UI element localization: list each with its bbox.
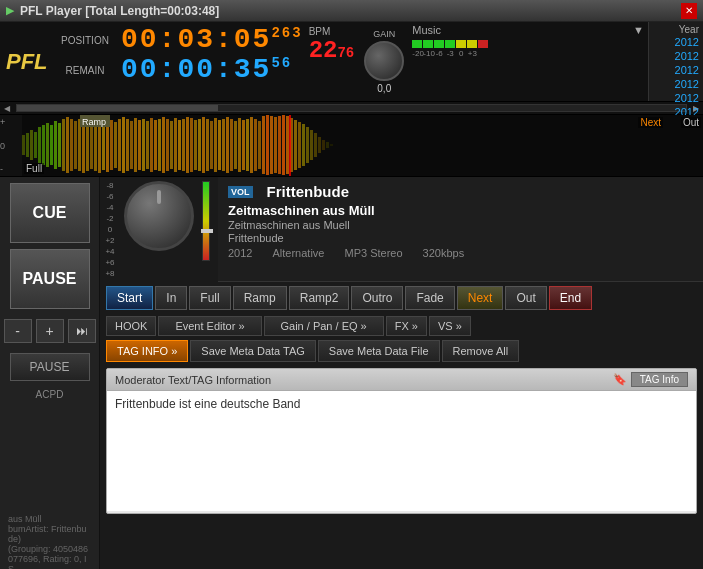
hook-button[interactable]: HOOK [106,316,156,336]
music-area: Music ▼ -20 -10 -6 -3 0 +3 [408,22,648,101]
transport-full[interactable]: Full [189,286,230,310]
svg-rect-31 [142,119,145,171]
music-dropdown-icon[interactable]: ▼ [633,24,644,36]
svg-rect-59 [254,119,257,171]
transport-out[interactable]: Out [505,286,546,310]
gain-knob[interactable] [364,41,404,81]
vs-button[interactable]: VS » [429,316,471,336]
svg-rect-6 [42,125,45,165]
transport-ramp2[interactable]: Ramp2 [289,286,350,310]
remove-all-button[interactable]: Remove All [442,340,520,362]
year-panel: Year 2012 2012 2012 2012 2012 2012 2012 … [648,22,703,101]
moderator-header-label: Moderator Text/TAG Information [115,374,271,386]
svg-rect-28 [130,121,133,169]
svg-rect-3 [30,130,33,160]
year-item-4[interactable]: 2012 [651,77,701,91]
db-scale: -8 -6 -4 -2 0 +2 +4 +6 +8 [100,177,120,282]
svg-rect-8 [50,125,53,165]
svg-rect-77 [326,142,329,148]
slider-thumb [201,229,213,233]
track-vol-row: VOL Frittenbude [228,183,693,200]
pfl-label: PFL [0,22,55,101]
db-slider[interactable] [202,181,210,261]
transport-next[interactable]: Next [457,286,504,310]
year-item-2[interactable]: 2012 [651,49,701,63]
year-item-3[interactable]: 2012 [651,63,701,77]
svg-rect-33 [150,118,153,172]
knob-slider-area [120,177,218,282]
svg-rect-14 [74,121,77,169]
svg-rect-63 [270,116,273,174]
svg-rect-48 [210,121,213,169]
svg-rect-75 [318,137,321,153]
svg-rect-46 [202,117,205,173]
tag-info-button[interactable]: TAG INFO » [106,340,188,362]
svg-rect-39 [174,118,177,172]
svg-rect-10 [58,123,61,167]
remain-row: REMAIN 00:00:3556 [55,56,303,84]
transport-ramp[interactable]: Ramp [233,286,287,310]
pause-button[interactable]: PAUSE [10,249,90,309]
scroll-track[interactable] [16,104,687,112]
year-item-5[interactable]: 2012 [651,91,701,105]
year-item-1[interactable]: 2012 [651,35,701,49]
transport-end[interactable]: End [549,286,592,310]
svg-rect-27 [126,119,129,171]
waveform-area: + 0 - [0,115,703,177]
svg-rect-30 [138,120,141,170]
save-meta-file-button[interactable]: Save Meta Data File [318,340,440,362]
transport-start[interactable]: Start [106,286,153,310]
left-controls: CUE PAUSE - + ⏭ PAUSE ACPD aus Müll bumA… [0,177,100,569]
year-header: Year [651,24,701,35]
svg-rect-55 [238,118,241,172]
track-genre: Alternative [272,247,324,259]
main-volume-knob[interactable] [124,181,194,251]
track-bitrate: 320kbps [423,247,465,259]
bpm-area: BPM 2276 [303,22,361,101]
svg-rect-58 [250,117,253,173]
track-format: MP3 Stereo [344,247,402,259]
svg-rect-40 [178,120,181,170]
acpd-label: ACPD [36,389,64,400]
vu-bar [412,40,644,48]
tag-info-tab-button[interactable]: TAG Info [631,372,688,387]
svg-rect-73 [310,130,313,160]
minus-button[interactable]: - [4,319,32,343]
svg-rect-74 [314,133,317,157]
svg-rect-11 [62,119,65,171]
title-text: PFL Player [Total Length=00:03:48] [20,4,219,18]
event-editor-button[interactable]: Event Editor » [158,316,261,336]
title-bar-left: ▶ PFL Player [Total Length=00:03:48] [6,4,219,18]
svg-rect-26 [122,117,125,173]
svg-rect-47 [206,119,209,171]
vu-seg-2 [423,40,433,48]
fx-button[interactable]: FX » [386,316,427,336]
transport-outro[interactable]: Outro [351,286,403,310]
transport-fade[interactable]: Fade [405,286,454,310]
bpm-label: BPM [309,26,331,37]
vu-seg-3 [434,40,444,48]
play-icon: ▶ [6,4,14,17]
close-button[interactable]: ✕ [681,3,697,19]
moderator-textarea[interactable] [107,391,696,511]
left-bottom-info: aus Müll bumArtist: Frittenbude) (Groupi… [4,512,95,569]
cue-button[interactable]: CUE [10,183,90,243]
svg-rect-36 [162,117,165,173]
svg-rect-32 [146,121,149,169]
svg-rect-50 [218,120,221,170]
gain-pan-eq-button[interactable]: Gain / Pan / EQ » [264,316,384,336]
svg-rect-5 [38,127,41,163]
transport-in[interactable]: In [155,286,187,310]
svg-rect-65 [278,116,281,174]
center-content: -8 -6 -4 -2 0 +2 +4 +6 +8 [100,177,703,569]
music-label: Music [412,24,441,36]
scroll-left-btn[interactable]: ◀ [0,104,14,113]
pause-active-button[interactable]: PAUSE [10,353,90,381]
forward-button[interactable]: ⏭ [68,319,96,343]
svg-rect-66 [282,115,285,175]
vu-seg-7 [478,40,488,48]
save-meta-tag-button[interactable]: Save Meta Data TAG [190,340,316,362]
plus-button[interactable]: + [36,319,64,343]
waveform-canvas[interactable]: Ramp Full Out Next [22,115,703,176]
counters: POSITION 00:03:05263 REMAIN 00:00:3556 [55,22,303,101]
